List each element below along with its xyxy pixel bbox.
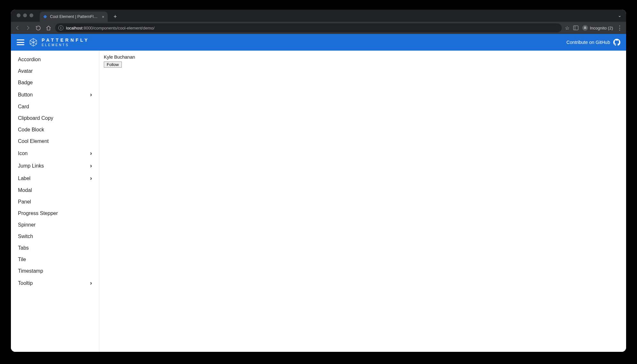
- sidebar-item-accordion[interactable]: Accordion: [11, 54, 99, 65]
- sidebar-item-code-block[interactable]: Code Block: [11, 124, 99, 136]
- sidebar-item-label: Switch: [18, 234, 33, 239]
- sidebar-item-label: Jump Links: [18, 163, 44, 169]
- sidebar-item-tabs[interactable]: Tabs: [11, 242, 99, 254]
- sidebar-item-label: Avatar: [18, 68, 33, 74]
- sidebar: AccordionAvatarBadgeButton›CardClipboard…: [11, 51, 99, 352]
- nav-back-button[interactable]: [14, 24, 21, 31]
- sidebar-item-label: Card: [18, 104, 29, 110]
- nav-forward-button[interactable]: [24, 24, 31, 31]
- url-path: :8000/components/cool-element/demo/: [82, 26, 154, 30]
- sidebar-item-avatar[interactable]: Avatar: [11, 65, 99, 77]
- sidebar-item-button[interactable]: Button›: [11, 88, 99, 101]
- sidebar-item-label: Spinner: [18, 222, 36, 228]
- sidebar-item-label: Clipboard Copy: [18, 115, 53, 121]
- incognito-label: Incognito (2): [590, 26, 613, 30]
- sidebar-item-switch[interactable]: Switch: [11, 231, 99, 242]
- svg-marker-0: [43, 15, 47, 19]
- sidebar-item-jump-links[interactable]: Jump Links›: [11, 160, 99, 172]
- main-content: Kyle Buchanan Follow: [99, 51, 626, 352]
- address-bar[interactable]: i localhost:8000/components/cool-element…: [55, 23, 562, 32]
- person-name: Kyle Buchanan: [104, 54, 622, 60]
- sidebar-item-label: Accordion: [18, 57, 41, 62]
- sidebar-item-clipboard-copy[interactable]: Clipboard Copy: [11, 112, 99, 124]
- sidebar-item-tile[interactable]: Tile: [11, 254, 99, 265]
- sidebar-item-label: Tile: [18, 257, 26, 262]
- incognito-icon: [582, 25, 588, 31]
- sidebar-item-label: Tabs: [18, 245, 29, 251]
- sidebar-item-label: Tooltip: [18, 280, 33, 286]
- browser-menu-icon[interactable]: ⋮: [617, 24, 623, 31]
- browser-tab[interactable]: Cool Element | PatternFly Elem… ×: [40, 12, 108, 22]
- sidebar-item-label: Modal: [18, 187, 32, 193]
- sidebar-item-tooltip[interactable]: Tooltip›: [11, 277, 99, 289]
- sidebar-item-label: Timestamp: [18, 268, 43, 274]
- brand[interactable]: PATTERNFLY ELEMENTS: [29, 38, 89, 47]
- sidebar-item-icon[interactable]: Icon›: [11, 147, 99, 160]
- chevron-right-icon: ›: [90, 162, 92, 169]
- contribute-label: Contribute on GitHub: [567, 40, 610, 45]
- window-close-dot[interactable]: [17, 13, 21, 17]
- brand-logo-icon: [29, 38, 38, 47]
- sidebar-item-modal[interactable]: Modal: [11, 185, 99, 196]
- url-host: localhost: [66, 26, 82, 30]
- url-text: localhost:8000/components/cool-element/d…: [66, 26, 154, 30]
- window-min-dot[interactable]: [23, 13, 27, 17]
- sidebar-item-label: Progress Stepper: [18, 211, 58, 216]
- browser-tabstrip: Cool Element | PatternFly Elem… × + ⌄: [11, 10, 626, 22]
- sidebar-item-label: Label: [18, 176, 30, 181]
- contribute-link[interactable]: Contribute on GitHub: [567, 39, 620, 46]
- browser-window: Cool Element | PatternFly Elem… × + ⌄ i: [11, 10, 626, 352]
- sidebar-item-label: Cool Element: [18, 138, 49, 144]
- app-header: PATTERNFLY ELEMENTS Contribute on GitHub: [11, 34, 626, 51]
- app-viewport: PATTERNFLY ELEMENTS Contribute on GitHub…: [11, 34, 626, 352]
- sidebar-item-label: Badge: [18, 80, 33, 86]
- sidebar-item-badge[interactable]: Badge: [11, 77, 99, 88]
- chevron-right-icon: ›: [90, 175, 92, 182]
- brand-subtitle: ELEMENTS: [42, 44, 89, 47]
- site-info-icon[interactable]: i: [58, 25, 63, 30]
- side-panel-icon[interactable]: [573, 26, 578, 30]
- new-tab-button[interactable]: +: [111, 12, 120, 21]
- follow-button[interactable]: Follow: [104, 62, 122, 68]
- incognito-indicator[interactable]: Incognito (2): [582, 25, 613, 31]
- sidebar-item-panel[interactable]: Panel: [11, 196, 99, 208]
- github-icon: [613, 39, 620, 46]
- sidebar-item-label: Button: [18, 92, 33, 98]
- sidebar-item-label: Panel: [18, 199, 31, 205]
- sidebar-item-timestamp[interactable]: Timestamp: [11, 265, 99, 277]
- sidebar-item-cool-element[interactable]: Cool Element: [11, 136, 99, 147]
- sidebar-toggle-button[interactable]: [17, 39, 24, 45]
- sidebar-item-progress-stepper[interactable]: Progress Stepper: [11, 208, 99, 219]
- sidebar-item-label: Icon: [18, 151, 28, 156]
- svg-point-1: [584, 28, 585, 29]
- browser-toolbar: i localhost:8000/components/cool-element…: [11, 22, 626, 34]
- brand-title: PATTERNFLY: [42, 38, 89, 42]
- window-max-dot[interactable]: [29, 13, 33, 17]
- bookmark-star-icon[interactable]: ☆: [565, 25, 569, 31]
- sidebar-item-card[interactable]: Card: [11, 101, 99, 112]
- svg-rect-3: [585, 28, 585, 29]
- chevron-right-icon: ›: [90, 91, 92, 98]
- chevron-right-icon: ›: [90, 150, 92, 157]
- nav-reload-button[interactable]: [35, 24, 42, 31]
- sidebar-item-spinner[interactable]: Spinner: [11, 219, 99, 231]
- chevron-right-icon: ›: [90, 280, 92, 286]
- tab-close-icon[interactable]: ×: [102, 14, 104, 19]
- sidebar-item-label[interactable]: Label›: [11, 172, 99, 185]
- window-controls: [17, 13, 33, 17]
- sidebar-item-label: Code Block: [18, 127, 44, 133]
- favicon-icon: [43, 14, 47, 19]
- nav-home-button[interactable]: [45, 24, 52, 31]
- tabs-overflow-icon[interactable]: ⌄: [618, 13, 622, 18]
- tab-title: Cool Element | PatternFly Elem…: [50, 14, 98, 19]
- svg-point-2: [585, 28, 586, 29]
